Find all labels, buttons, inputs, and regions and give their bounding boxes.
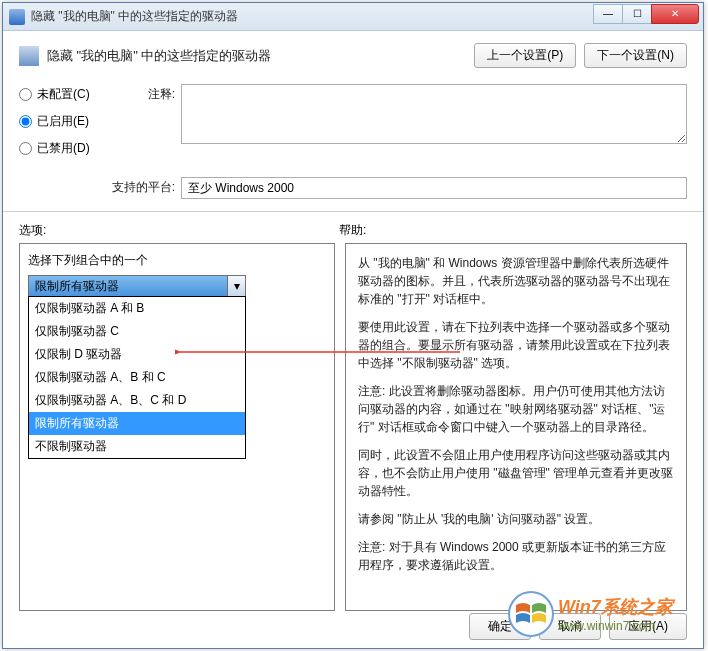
titlebar: 隐藏 "我的电脑" 中的这些指定的驱动器 — ☐ ✕ bbox=[3, 3, 703, 31]
options-caption: 选择下列组合中的一个 bbox=[28, 252, 326, 269]
config-area: 未配置(C) 已启用(E) 已禁用(D) 注释: 支持的平台: bbox=[3, 74, 703, 212]
radio-unconfigured-label: 未配置(C) bbox=[37, 86, 90, 103]
minimize-button[interactable]: — bbox=[593, 4, 623, 24]
drive-option[interactable]: 仅限制驱动器 A、B 和 C bbox=[29, 366, 245, 389]
chevron-down-icon[interactable]: ▾ bbox=[227, 276, 245, 296]
help-header: 帮助: bbox=[339, 222, 366, 239]
platform-field bbox=[181, 177, 687, 199]
drive-option[interactable]: 仅限制驱动器 A、B、C 和 D bbox=[29, 389, 245, 412]
section-headers: 选项: 帮助: bbox=[3, 212, 703, 243]
apply-button[interactable]: 应用(A) bbox=[609, 613, 687, 640]
help-paragraph: 从 "我的电脑" 和 Windows 资源管理器中删除代表所选硬件驱动器的图标。… bbox=[358, 254, 674, 308]
help-pane: 从 "我的电脑" 和 Windows 资源管理器中删除代表所选硬件驱动器的图标。… bbox=[345, 243, 687, 611]
help-paragraph: 要使用此设置，请在下拉列表中选择一个驱动器或多个驱动器的组合。要显示所有驱动器，… bbox=[358, 318, 674, 372]
radio-disabled[interactable]: 已禁用(D) bbox=[19, 140, 109, 157]
cancel-button[interactable]: 取消 bbox=[539, 613, 601, 640]
drive-option[interactable]: 仅限制驱动器 A 和 B bbox=[29, 297, 245, 320]
header-row: 隐藏 "我的电脑" 中的这些指定的驱动器 上一个设置(P) 下一个设置(N) bbox=[3, 31, 703, 74]
radio-disabled-input[interactable] bbox=[19, 142, 32, 155]
radio-unconfigured[interactable]: 未配置(C) bbox=[19, 86, 109, 103]
next-setting-button[interactable]: 下一个设置(N) bbox=[584, 43, 687, 68]
window-title: 隐藏 "我的电脑" 中的这些指定的驱动器 bbox=[31, 8, 594, 25]
radio-unconfigured-input[interactable] bbox=[19, 88, 32, 101]
drive-combo-value: 限制所有驱动器 bbox=[35, 278, 227, 295]
radio-enabled-input[interactable] bbox=[19, 115, 32, 128]
maximize-button[interactable]: ☐ bbox=[622, 4, 652, 24]
dialog-window: 隐藏 "我的电脑" 中的这些指定的驱动器 — ☐ ✕ 隐藏 "我的电脑" 中的这… bbox=[2, 2, 704, 649]
policy-title: 隐藏 "我的电脑" 中的这些指定的驱动器 bbox=[47, 47, 466, 65]
help-paragraph: 注意: 对于具有 Windows 2000 或更新版本证书的第三方应用程序，要求… bbox=[358, 538, 674, 574]
app-icon bbox=[9, 9, 25, 25]
drive-option[interactable]: 不限制驱动器 bbox=[29, 435, 245, 458]
drive-option[interactable]: 仅限制 D 驱动器 bbox=[29, 343, 245, 366]
body-split: 选择下列组合中的一个 限制所有驱动器 ▾ 仅限制驱动器 A 和 B 仅限制驱动器… bbox=[3, 243, 703, 611]
ok-button[interactable]: 确定 bbox=[469, 613, 531, 640]
drive-dropdown-list[interactable]: 仅限制驱动器 A 和 B 仅限制驱动器 C 仅限制 D 驱动器 仅限制驱动器 A… bbox=[28, 296, 246, 459]
drive-option[interactable]: 仅限制驱动器 C bbox=[29, 320, 245, 343]
radio-enabled[interactable]: 已启用(E) bbox=[19, 113, 109, 130]
dialog-footer: 确定 取消 应用(A) bbox=[3, 613, 703, 640]
options-header: 选项: bbox=[19, 222, 339, 239]
platform-label: 支持的平台: bbox=[109, 177, 181, 196]
comment-label: 注释: bbox=[109, 84, 181, 103]
previous-setting-button[interactable]: 上一个设置(P) bbox=[474, 43, 576, 68]
drive-combo[interactable]: 限制所有驱动器 ▾ bbox=[28, 275, 246, 297]
state-radio-group: 未配置(C) 已启用(E) 已禁用(D) bbox=[19, 84, 109, 167]
window-controls: — ☐ ✕ bbox=[594, 4, 699, 24]
policy-icon bbox=[19, 46, 39, 66]
drive-option-selected[interactable]: 限制所有驱动器 bbox=[29, 412, 245, 435]
help-paragraph: 同时，此设置不会阻止用户使用程序访问这些驱动器或其内容，也不会防止用户使用 "磁… bbox=[358, 446, 674, 500]
close-button[interactable]: ✕ bbox=[651, 4, 699, 24]
help-paragraph: 请参阅 "防止从 '我的电脑' 访问驱动器" 设置。 bbox=[358, 510, 674, 528]
comment-textarea[interactable] bbox=[181, 84, 687, 144]
radio-enabled-label: 已启用(E) bbox=[37, 113, 89, 130]
help-paragraph: 注意: 此设置将删除驱动器图标。用户仍可使用其他方法访问驱动器的内容，如通过在 … bbox=[358, 382, 674, 436]
options-pane: 选择下列组合中的一个 限制所有驱动器 ▾ 仅限制驱动器 A 和 B 仅限制驱动器… bbox=[19, 243, 335, 611]
radio-disabled-label: 已禁用(D) bbox=[37, 140, 90, 157]
